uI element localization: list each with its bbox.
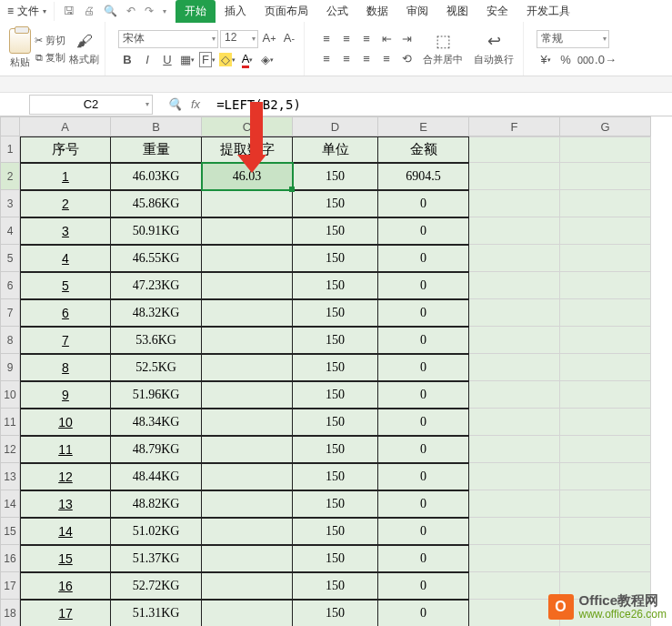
cell[interactable] <box>469 409 560 436</box>
align-right-button[interactable]: ≡ <box>357 51 376 67</box>
cell[interactable] <box>469 381 560 409</box>
cell[interactable]: 150 <box>293 217 378 245</box>
row-header[interactable]: 9 <box>0 354 20 381</box>
cell[interactable] <box>560 245 651 272</box>
cell[interactable]: 0 <box>378 299 469 327</box>
cell[interactable]: 17 <box>20 600 111 626</box>
cell[interactable]: 51.96KG <box>111 381 202 409</box>
row-header[interactable]: 8 <box>0 327 20 354</box>
cell[interactable]: 150 <box>293 518 378 545</box>
row-header[interactable]: 17 <box>0 572 20 600</box>
bold-button[interactable]: B <box>118 52 136 68</box>
cell[interactable]: 0 <box>378 272 469 299</box>
cell[interactable] <box>202 354 293 381</box>
tab-review[interactable]: 审阅 <box>397 0 437 23</box>
row-header[interactable]: 15 <box>0 518 20 545</box>
tab-view[interactable]: 视图 <box>437 0 477 23</box>
paste-button[interactable]: 粘贴 <box>9 28 31 69</box>
cell[interactable]: 52.72KG <box>111 572 202 600</box>
cell[interactable]: 150 <box>293 327 378 354</box>
increase-decimal-button[interactable]: .0→ <box>597 52 615 68</box>
cell[interactable] <box>469 299 560 327</box>
col-header-f[interactable]: F <box>469 116 560 136</box>
tab-developer[interactable]: 开发工具 <box>517 0 579 23</box>
cell[interactable]: 46.55KG <box>111 245 202 272</box>
cell[interactable]: 3 <box>20 217 111 245</box>
cell[interactable]: 13 <box>20 490 111 518</box>
redo-icon[interactable]: ↷ <box>145 5 154 17</box>
cell[interactable]: 0 <box>378 545 469 572</box>
cell[interactable] <box>202 545 293 572</box>
cell[interactable]: 150 <box>293 381 378 409</box>
cell[interactable]: 46.03KG <box>111 163 202 190</box>
row-header[interactable]: 10 <box>0 381 20 409</box>
fx-icon[interactable]: fx <box>191 97 200 111</box>
cell[interactable]: 150 <box>293 272 378 299</box>
merge-center-button[interactable]: ⬚ 合并居中 <box>419 31 466 66</box>
cell[interactable] <box>202 381 293 409</box>
cell[interactable]: 48.82KG <box>111 490 202 518</box>
save-icon[interactable]: 🖫 <box>64 5 75 17</box>
cell[interactable] <box>469 190 560 217</box>
cell[interactable]: 53.6KG <box>111 327 202 354</box>
cell[interactable]: 150 <box>293 190 378 217</box>
align-middle-button[interactable]: ≡ <box>337 31 356 47</box>
cell[interactable] <box>202 299 293 327</box>
cell[interactable] <box>560 409 651 436</box>
cell[interactable] <box>469 518 560 545</box>
cell[interactable] <box>469 463 560 490</box>
cell[interactable] <box>560 217 651 245</box>
preview-icon[interactable]: 🔍 <box>104 5 117 17</box>
cell[interactable]: 0 <box>378 463 469 490</box>
cell[interactable]: 51.37KG <box>111 545 202 572</box>
print-icon[interactable]: 🖨 <box>84 5 95 17</box>
align-bottom-button[interactable]: ≡ <box>357 31 376 47</box>
cell[interactable] <box>560 518 651 545</box>
cell[interactable] <box>560 436 651 463</box>
row-header[interactable]: 13 <box>0 463 20 490</box>
spreadsheet[interactable]: A B C D E F G 1 序号 重量 提取数字 单位 金额 2146.03… <box>0 116 672 626</box>
cell[interactable]: 150 <box>293 245 378 272</box>
cell[interactable] <box>202 272 293 299</box>
row-header[interactable]: 7 <box>0 299 20 327</box>
row-header[interactable]: 14 <box>0 490 20 518</box>
cell[interactable]: 150 <box>293 490 378 518</box>
cell[interactable]: 15 <box>20 545 111 572</box>
cell[interactable]: 48.44KG <box>111 463 202 490</box>
tab-layout[interactable]: 页面布局 <box>256 0 317 23</box>
name-box[interactable]: C2 ▾ <box>29 95 153 115</box>
phonetic-button[interactable]: ◈▾ <box>258 52 276 68</box>
cell[interactable]: 14 <box>20 518 111 545</box>
header-cell[interactable]: 序号 <box>20 136 111 163</box>
cell[interactable] <box>469 245 560 272</box>
cell[interactable] <box>202 327 293 354</box>
row-header[interactable]: 5 <box>0 245 20 272</box>
row-header[interactable]: 2 <box>0 163 20 190</box>
cell[interactable] <box>560 136 651 163</box>
cell[interactable]: 150 <box>293 436 378 463</box>
cell[interactable]: 2 <box>20 190 111 217</box>
cell[interactable]: 12 <box>20 463 111 490</box>
cell[interactable]: 150 <box>293 545 378 572</box>
cell[interactable] <box>202 572 293 600</box>
cell[interactable]: 4 <box>20 245 111 272</box>
row-header[interactable]: 6 <box>0 272 20 299</box>
wrap-text-button[interactable]: ↩ 自动换行 <box>470 31 517 66</box>
justify-button[interactable]: ≡ <box>377 51 396 67</box>
cell[interactable] <box>469 354 560 381</box>
align-left-button[interactable]: ≡ <box>317 51 336 67</box>
cell[interactable]: 150 <box>293 409 378 436</box>
cut-button[interactable]: ✂ 剪切 <box>35 33 65 48</box>
row-header[interactable]: 12 <box>0 436 20 463</box>
cell[interactable]: 48.34KG <box>111 409 202 436</box>
cell[interactable]: 0 <box>378 572 469 600</box>
cell[interactable] <box>469 490 560 518</box>
cell[interactable] <box>469 327 560 354</box>
cell[interactable] <box>560 190 651 217</box>
italic-button[interactable]: I <box>138 52 156 68</box>
cell[interactable]: 150 <box>293 354 378 381</box>
currency-button[interactable]: ¥▾ <box>537 52 555 68</box>
cell[interactable] <box>560 327 651 354</box>
fill-color-button[interactable]: ◇▾ <box>218 52 236 68</box>
cell[interactable]: 45.86KG <box>111 190 202 217</box>
